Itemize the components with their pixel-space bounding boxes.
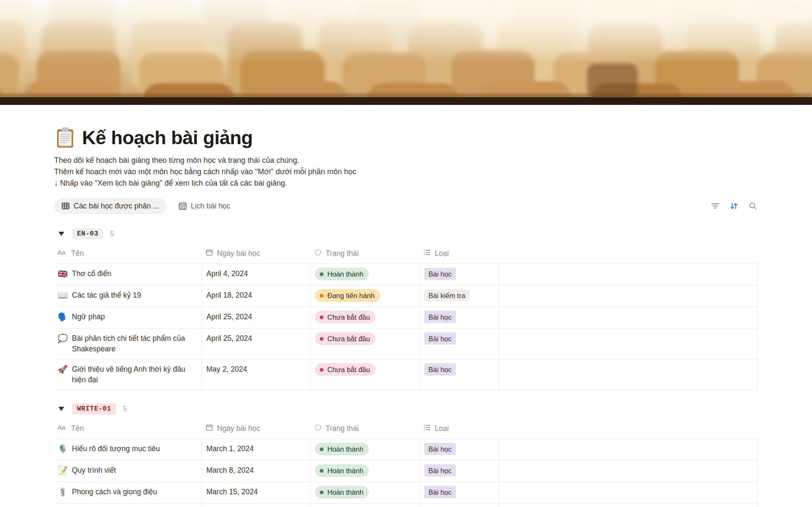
row-empty-cell[interactable]: [499, 329, 758, 359]
type-badge[interactable]: Bài kiểm tra: [424, 289, 469, 301]
row-type-cell[interactable]: Bài học: [420, 482, 499, 503]
row-date-cell[interactable]: April 18, 2024: [202, 285, 311, 307]
filter-icon[interactable]: [711, 202, 719, 210]
type-badge[interactable]: Bài học: [424, 332, 456, 345]
row-date-cell[interactable]: March 22, 2024: [202, 504, 311, 507]
row-date-cell[interactable]: March 8, 2024: [202, 460, 311, 482]
type-badge[interactable]: Bài học: [424, 363, 456, 375]
row-date-cell[interactable]: April 25, 2024: [202, 329, 311, 359]
row-date-cell[interactable]: May 2, 2024: [202, 359, 311, 390]
status-badge[interactable]: Hoàn thành: [315, 268, 369, 280]
row-empty-cell[interactable]: [499, 439, 758, 460]
page-header: Kế hoạch bài giảng: [54, 126, 758, 150]
row-name[interactable]: Ngữ pháp: [72, 312, 105, 322]
column-header[interactable]: Ngày bài học: [202, 424, 311, 433]
column-header[interactable]: Loại: [420, 249, 499, 258]
row-empty-cell[interactable]: [499, 460, 758, 482]
type-badge[interactable]: Bài học: [424, 486, 456, 498]
group-row-count: 5: [123, 405, 127, 413]
type-badge[interactable]: Bài học: [424, 464, 456, 477]
row-empty-cell[interactable]: [499, 264, 758, 285]
group-collapse-toggle[interactable]: [58, 407, 64, 411]
row-name[interactable]: Các tác giả thế kỷ 19: [72, 290, 141, 301]
table-row[interactable]: 🎙️Hiểu rõ đối tượng mục tiêuMarch 1, 202…: [54, 439, 758, 460]
row-name-cell[interactable]: 📝Quy trình viết: [54, 460, 202, 482]
status-badge[interactable]: Chưa bắt đầu: [315, 332, 376, 345]
row-empty-cell[interactable]: [499, 307, 758, 328]
row-empty-cell[interactable]: [499, 359, 758, 390]
row-status-cell[interactable]: Chưa bắt đầu: [311, 359, 420, 390]
row-status-cell[interactable]: Hoàn thành: [311, 482, 420, 503]
status-badge[interactable]: Hoàn thành: [315, 464, 369, 477]
status-badge[interactable]: Hoàn thành: [315, 443, 369, 455]
column-header[interactable]: Ngày bài học: [202, 249, 311, 258]
row-status-cell[interactable]: Chưa bắt đầu: [311, 329, 420, 359]
cover-image[interactable]: [0, 0, 812, 105]
row-type-cell[interactable]: Bài học: [420, 460, 499, 482]
row-type-cell[interactable]: Bài kiểm tra: [420, 504, 499, 507]
status-badge[interactable]: Đang tiến hành: [315, 289, 380, 302]
row-date-cell[interactable]: March 15, 2024: [202, 482, 311, 503]
table-row[interactable]: 🏗️Cấu trúc và tổ chứcMarch 22, 2024Hoàn …: [54, 504, 758, 507]
table-row[interactable]: 🗣️Ngữ phápApril 25, 2024Chưa bắt đầuBài …: [54, 307, 758, 329]
table-row[interactable]: 💭Bài phân tích chi tiết tác phẩm của Sha…: [54, 329, 758, 359]
row-name-cell[interactable]: 🎙️Hiểu rõ đối tượng mục tiêu: [54, 439, 202, 460]
row-name-cell[interactable]: 🗣️Ngữ pháp: [54, 307, 202, 328]
type-badge[interactable]: Bài học: [424, 268, 456, 280]
view-tabs: Các bài học được phân ... Lịch bài học: [54, 198, 238, 214]
column-header[interactable]: Trạng thái: [311, 424, 420, 433]
table-row[interactable]: 📖Các tác giả thế kỷ 19April 18, 2024Đang…: [54, 285, 758, 307]
row-name-cell[interactable]: 💈Phong cách và giọng điệu: [54, 482, 202, 503]
row-type-cell[interactable]: Bài học: [420, 359, 499, 390]
column-header[interactable]: Loại: [420, 424, 499, 433]
row-status-cell[interactable]: Đang tiến hành: [311, 285, 420, 307]
row-status-cell[interactable]: Hoàn thành: [311, 460, 420, 482]
row-status-cell[interactable]: Hoàn thành: [311, 439, 420, 460]
table-row[interactable]: 🇬🇧Thơ cổ điểnApril 4, 2024Hoàn thànhBài …: [54, 264, 758, 285]
row-type-cell[interactable]: Bài kiểm tra: [420, 285, 499, 307]
row-type-cell[interactable]: Bài học: [420, 329, 499, 359]
type-badge[interactable]: Bài học: [424, 443, 456, 455]
row-status-cell[interactable]: Hoàn thành: [311, 504, 420, 507]
status-badge[interactable]: Chưa bắt đầu: [315, 363, 376, 376]
row-empty-cell[interactable]: [499, 504, 758, 507]
row-status-cell[interactable]: Hoàn thành: [311, 264, 420, 285]
column-header[interactable]: AaTên: [54, 424, 202, 433]
table-row[interactable]: 📝Quy trình viếtMarch 8, 2024Hoàn thànhBà…: [54, 460, 758, 482]
table-row[interactable]: 🚀Giới thiệu về tiếng Anh thời kỳ đầu hiệ…: [54, 359, 758, 390]
row-date-cell[interactable]: April 25, 2024: [202, 307, 311, 328]
status-badge[interactable]: Hoàn thành: [315, 486, 369, 499]
status-badge[interactable]: Chưa bắt đầu: [315, 311, 376, 323]
row-name-cell[interactable]: 🇬🇧Thơ cổ điển: [54, 264, 202, 285]
group-collapse-toggle[interactable]: [58, 232, 64, 236]
row-date-cell[interactable]: April 4, 2024: [202, 264, 311, 285]
row-name[interactable]: Phong cách và giọng điệu: [72, 487, 157, 497]
row-name[interactable]: Giới thiệu về tiếng Anh thời kỳ đầu hiện…: [72, 364, 198, 385]
row-type-cell[interactable]: Bài học: [420, 307, 499, 328]
sort-icon[interactable]: [730, 202, 738, 211]
group-name-badge[interactable]: WRITE-01: [72, 403, 116, 414]
type-badge[interactable]: Bài học: [424, 311, 456, 323]
tab-lesson-calendar[interactable]: Lịch bài học: [171, 198, 237, 214]
row-name[interactable]: Bài phân tích chi tiết tác phẩm của Shak…: [72, 333, 198, 354]
row-name-cell[interactable]: 💭Bài phân tích chi tiết tác phẩm của Sha…: [54, 329, 202, 359]
row-empty-cell[interactable]: [499, 482, 758, 503]
row-type-cell[interactable]: Bài học: [420, 264, 499, 285]
table-row[interactable]: 💈Phong cách và giọng điệuMarch 15, 2024H…: [54, 482, 758, 504]
row-name-cell[interactable]: 🚀Giới thiệu về tiếng Anh thời kỳ đầu hiệ…: [54, 359, 202, 390]
search-icon[interactable]: [749, 202, 757, 210]
group-name-badge[interactable]: EN-03: [72, 228, 103, 239]
row-name[interactable]: Thơ cổ điển: [72, 269, 111, 279]
tab-assigned-lessons[interactable]: Các bài học được phân ...: [54, 198, 166, 214]
row-name-cell[interactable]: 📖Các tác giả thế kỷ 19: [54, 285, 202, 307]
row-name[interactable]: Hiểu rõ đối tượng mục tiêu: [72, 444, 160, 454]
view-toolbar: Các bài học được phân ... Lịch bài học: [54, 197, 758, 215]
row-name[interactable]: Quy trình viết: [72, 465, 116, 476]
row-status-cell[interactable]: Chưa bắt đầu: [311, 307, 420, 328]
column-header[interactable]: Trạng thái: [311, 249, 420, 258]
row-name-cell[interactable]: 🏗️Cấu trúc và tổ chức: [54, 504, 202, 507]
row-date-cell[interactable]: March 1, 2024: [202, 439, 311, 460]
column-header[interactable]: AaTên: [54, 249, 202, 258]
row-type-cell[interactable]: Bài học: [420, 439, 499, 460]
row-empty-cell[interactable]: [499, 285, 758, 307]
